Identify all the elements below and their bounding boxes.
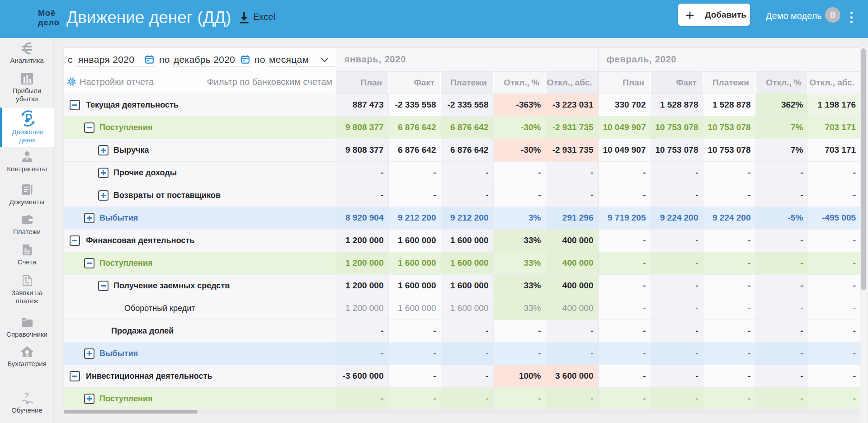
svg-text:?: ? bbox=[24, 391, 28, 400]
svg-text:$: $ bbox=[24, 276, 27, 282]
